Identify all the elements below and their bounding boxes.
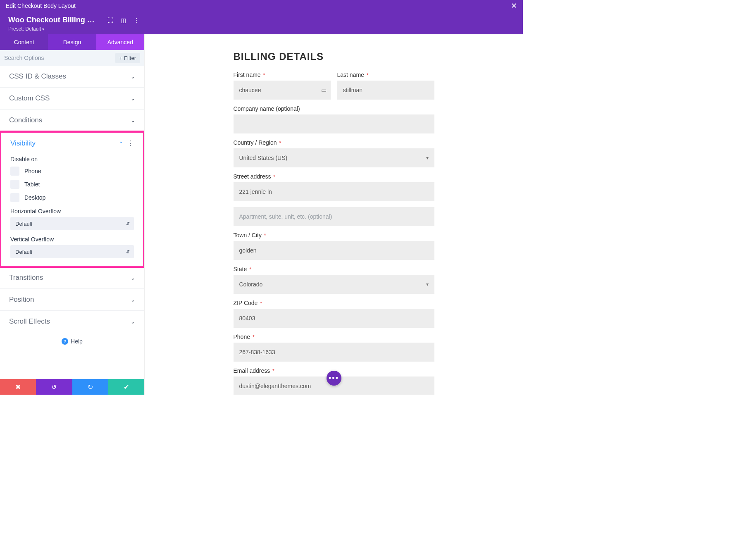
chevron-down-icon: ⌄ [131, 95, 135, 102]
country-select[interactable]: United States (US) [234, 148, 434, 167]
disable-on-label: Disable on [10, 156, 134, 162]
disable-desktop-row[interactable]: Desktop [10, 193, 134, 202]
city-label: Town / City * [234, 232, 434, 238]
help-label: Help [71, 338, 83, 345]
tablet-label: Tablet [24, 181, 40, 188]
accordion: CSS ID & Classes ⌄ Custom CSS ⌄ Conditio… [0, 66, 144, 379]
v-overflow-label: Vertical Overflow [10, 236, 134, 243]
redo-button[interactable]: ↻ [72, 379, 108, 395]
acc-scroll-effects[interactable]: Scroll Effects ⌄ [0, 311, 144, 332]
tab-content[interactable]: Content [0, 34, 48, 50]
plus-icon: + [119, 55, 123, 61]
v-overflow-select[interactable]: Default [10, 245, 134, 258]
acc-position[interactable]: Position ⌄ [0, 289, 144, 311]
save-button[interactable]: ✔ [108, 379, 144, 395]
billing-heading: BILLING DETAILS [234, 51, 434, 62]
city-field[interactable]: golden [234, 241, 434, 260]
close-icon[interactable]: ✕ [511, 1, 517, 10]
phone-field[interactable]: 267-838-1633 [234, 343, 434, 362]
street2-field[interactable]: Apartment, suite, unit, etc. (optional) [234, 207, 434, 226]
last-name-label: Last name * [337, 71, 434, 78]
desktop-label: Desktop [24, 194, 45, 201]
state-label: State * [234, 266, 434, 272]
last-name-field[interactable]: stillman [337, 81, 434, 100]
help-link[interactable]: ? Help [0, 332, 144, 355]
company-label: Company name (optional) [234, 105, 434, 112]
checkbox-phone[interactable] [10, 167, 19, 176]
chevron-down-icon: ⌄ [131, 275, 135, 281]
more-icon[interactable]: ⋮ [134, 17, 139, 24]
acc-visibility: Visibility ⌃ ⋮ Disable on Phone [1, 133, 143, 266]
tab-advanced[interactable]: Advanced [96, 34, 144, 50]
settings-tabs: Content Design Advanced [0, 34, 144, 50]
phone-label: Phone [24, 168, 41, 174]
chevron-down-icon: ⌄ [131, 117, 135, 124]
acc-custom-css[interactable]: Custom CSS ⌄ [0, 88, 144, 110]
acc-conditions-title: Conditions [9, 116, 42, 124]
filter-button[interactable]: +Filter [115, 53, 140, 63]
search-input[interactable] [4, 55, 112, 61]
phone-label: Phone * [234, 334, 434, 340]
first-name-field[interactable]: chaucee ▭ [234, 81, 331, 100]
undo-button[interactable]: ↺ [36, 379, 72, 395]
filter-label: Filter [124, 55, 136, 61]
state-select[interactable]: Colorado [234, 275, 434, 294]
acc-visibility-title: Visibility [10, 139, 36, 148]
fullscreen-icon[interactable]: ⛶ [107, 17, 113, 24]
responsive-icon[interactable]: ◫ [121, 17, 126, 24]
acc-css-id[interactable]: CSS ID & Classes ⌄ [0, 66, 144, 88]
acc-position-title: Position [9, 295, 34, 304]
acc-css-id-title: CSS ID & Classes [9, 72, 66, 81]
disable-tablet-row[interactable]: Tablet [10, 180, 134, 189]
search-row: +Filter [0, 50, 144, 66]
h-overflow-label: Horizontal Overflow [10, 208, 134, 214]
tab-design[interactable]: Design [48, 34, 96, 50]
chevron-down-icon: ⌄ [131, 319, 135, 325]
module-bar: Woo Checkout Billing Setti... ⛶ ◫ ⋮ Pres… [0, 12, 523, 34]
footer-actions: ✖ ↺ ↻ ✔ [0, 379, 144, 395]
help-icon: ? [62, 338, 68, 345]
acc-custom-css-title: Custom CSS [9, 94, 50, 102]
street-label: Street address * [234, 173, 434, 180]
acc-scroll-effects-title: Scroll Effects [9, 317, 50, 326]
contact-card-icon: ▭ [321, 87, 327, 93]
first-name-value: chaucee [239, 87, 261, 93]
highlight-box: Visibility ⌃ ⋮ Disable on Phone [0, 131, 144, 268]
chevron-down-icon: ⌄ [131, 74, 135, 80]
title-bar-text: Edit Checkout Body Layout [6, 2, 76, 9]
checkbox-desktop[interactable] [10, 193, 19, 202]
street-field[interactable]: 221 jennie ln [234, 182, 434, 201]
preset-dropdown[interactable]: Preset: Default [8, 26, 515, 32]
more-icon[interactable]: ⋮ [127, 140, 134, 147]
module-title: Woo Checkout Billing Setti... [8, 16, 99, 24]
chevron-down-icon: ⌄ [131, 297, 135, 303]
settings-sidebar: Content Design Advanced +Filter CSS ID &… [0, 34, 145, 395]
zip-label: ZIP Code * [234, 300, 434, 306]
title-bar: Edit Checkout Body Layout ✕ [0, 0, 523, 12]
disable-phone-row[interactable]: Phone [10, 167, 134, 176]
company-field[interactable] [234, 114, 434, 133]
acc-transitions[interactable]: Transitions ⌄ [0, 267, 144, 289]
acc-visibility-body: Disable on Phone Tablet Desktop [1, 156, 143, 266]
acc-transitions-title: Transitions [9, 274, 43, 282]
zip-field[interactable]: 80403 [234, 309, 434, 328]
checkbox-tablet[interactable] [10, 180, 19, 189]
chevron-up-icon: ⌃ [119, 141, 123, 147]
cancel-button[interactable]: ✖ [0, 379, 36, 395]
preview-area: BILLING DETAILS First name * chaucee ▭ L… [145, 34, 523, 395]
country-label: Country / Region * [234, 139, 434, 146]
first-name-label: First name * [234, 71, 331, 78]
billing-form: BILLING DETAILS First name * chaucee ▭ L… [234, 51, 434, 395]
acc-visibility-header[interactable]: Visibility ⌃ ⋮ [1, 133, 143, 154]
acc-conditions[interactable]: Conditions ⌄ [0, 110, 144, 131]
fab-button[interactable]: ••• [327, 371, 341, 386]
h-overflow-select[interactable]: Default [10, 217, 134, 230]
